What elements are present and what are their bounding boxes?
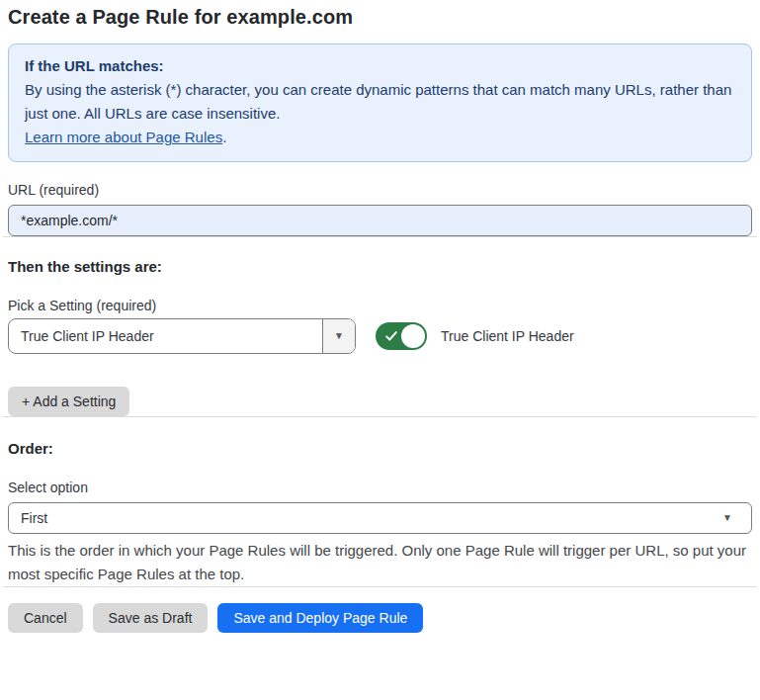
divider-footer (3, 586, 757, 587)
divider-settings-order (3, 416, 757, 417)
true-client-ip-toggle[interactable] (376, 322, 427, 350)
setting-select-arrow-button[interactable]: ▼ (322, 319, 355, 353)
order-select[interactable]: First ▼ (8, 502, 752, 534)
setting-row: True Client IP Header ▼ True Client IP H… (8, 318, 752, 354)
url-match-info-box: If the URL matches: By using the asteris… (8, 44, 752, 162)
info-box-link-line: Learn more about Page Rules. (25, 126, 735, 149)
caret-down-icon: ▼ (722, 513, 732, 523)
toggle-knob[interactable] (401, 324, 425, 348)
toggle-label: True Client IP Header (441, 328, 574, 344)
order-select-value: First (21, 510, 722, 526)
divider-url-settings (3, 236, 757, 237)
setting-select-value: True Client IP Header (9, 319, 322, 353)
save-and-deploy-button[interactable]: Save and Deploy Page Rule (217, 603, 423, 633)
select-option-label: Select option (8, 480, 752, 495)
info-box-heading: If the URL matches: (25, 54, 735, 78)
pick-setting-label: Pick a Setting (required) (8, 298, 752, 313)
add-setting-button[interactable]: + Add a Setting (8, 387, 129, 416)
learn-more-link[interactable]: Learn more about Page Rules (25, 129, 222, 145)
page-title: Create a Page Rule for example.com (8, 6, 752, 29)
order-section-heading: Order: (8, 440, 752, 457)
toggle-group: True Client IP Header (376, 322, 574, 350)
cancel-button[interactable]: Cancel (8, 603, 83, 633)
check-icon (384, 329, 398, 343)
url-input[interactable] (8, 205, 752, 236)
page-rule-form: Create a Page Rule for example.com If th… (0, 6, 760, 633)
link-period: . (222, 129, 226, 145)
settings-section-heading: Then the settings are: (8, 258, 752, 275)
footer-actions: Cancel Save as Draft Save and Deploy Pag… (8, 603, 752, 633)
order-help-text: This is the order in which your Page Rul… (8, 539, 752, 586)
setting-select[interactable]: True Client IP Header ▼ (8, 318, 356, 354)
chevron-down-icon: ▼ (334, 331, 344, 341)
url-field-label: URL (required) (8, 182, 752, 198)
info-box-body: By using the asterisk (*) character, you… (25, 78, 735, 126)
save-as-draft-button[interactable]: Save as Draft (93, 603, 209, 633)
